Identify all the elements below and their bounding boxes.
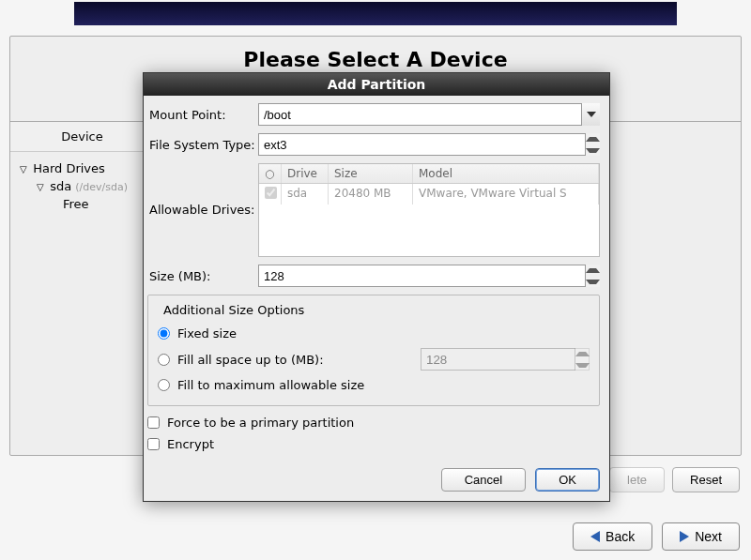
cancel-button[interactable]: Cancel — [441, 468, 526, 492]
drive-row-checkbox[interactable] — [265, 187, 277, 199]
reset-button[interactable]: Reset — [672, 467, 740, 492]
next-label: Next — [695, 529, 722, 544]
radio-fixed-size[interactable]: Fixed size — [158, 323, 590, 344]
mount-point-label: Mount Point: — [147, 108, 258, 122]
tree-label: Free — [63, 197, 89, 211]
radio-fill-max-label: Fill to maximum allowable size — [177, 378, 364, 392]
encrypt-checkbox[interactable] — [147, 438, 160, 450]
drive-row-name: sda — [282, 184, 329, 204]
next-button[interactable]: Next — [662, 522, 740, 551]
back-label: Back — [605, 529, 635, 544]
arrow-right-icon — [680, 531, 689, 542]
encrypt-checkbox-row[interactable]: Encrypt — [147, 433, 600, 455]
encrypt-label: Encrypt — [167, 437, 214, 451]
radio-fill-up-to[interactable]: Fill all space up to (MB): — [158, 344, 590, 374]
radio-fill-up-to-label: Fill all space up to (MB): — [177, 353, 324, 367]
fill-up-to-value — [421, 348, 590, 371]
radio-fill-up-to-input[interactable] — [158, 354, 170, 366]
allowable-drives-list[interactable]: ○ Drive Size Model sda 20480 MB VMware, … — [258, 163, 600, 257]
delete-button[interactable]: lete — [609, 467, 665, 492]
nav-buttons: Back Next — [573, 522, 740, 551]
fs-type-label: File System Type: — [147, 138, 258, 152]
drive-list-header: ○ Drive Size Model — [259, 164, 599, 184]
force-primary-checkbox-row[interactable]: Force to be a primary partition — [147, 412, 600, 433]
fs-type-spinner[interactable] — [585, 133, 600, 156]
allowable-drives-label: Allowable Drives: — [147, 203, 258, 217]
add-partition-dialog: Add Partition Mount Point: File System T… — [143, 72, 610, 502]
dialog-title: Add Partition — [144, 73, 609, 96]
col-drive[interactable]: Drive — [282, 164, 329, 183]
drive-row[interactable]: sda 20480 MB VMware, VMware Virtual S — [259, 184, 599, 204]
col-check[interactable]: ○ — [259, 164, 282, 183]
caret-up-icon — [586, 137, 600, 142]
radio-fixed-size-label: Fixed size — [177, 326, 237, 341]
fieldset-legend: Additional Size Options — [160, 303, 308, 317]
header-banner — [74, 2, 677, 25]
expand-icon[interactable]: ▽ — [37, 182, 46, 192]
tree-label: Hard Drives — [33, 161, 105, 175]
force-primary-checkbox[interactable] — [147, 416, 160, 429]
size-spinner[interactable] — [585, 265, 600, 287]
col-size[interactable]: Size — [329, 164, 413, 183]
chevron-down-icon — [587, 112, 596, 117]
caret-down-icon — [586, 148, 600, 153]
mount-point-input[interactable] — [258, 103, 600, 126]
force-primary-label: Force to be a primary partition — [167, 416, 354, 430]
tree-label: sda — [50, 179, 71, 193]
tree-sublabel: (/dev/sda) — [75, 181, 128, 193]
arrow-left-icon — [590, 531, 600, 542]
radio-fixed-size-input[interactable] — [158, 327, 170, 340]
radio-fill-max-input[interactable] — [158, 379, 170, 391]
partition-buttons: lete Reset — [609, 467, 740, 492]
fill-up-to-spinner — [575, 348, 590, 371]
size-input[interactable] — [258, 265, 600, 287]
drive-row-size: 20480 MB — [329, 184, 413, 204]
mount-point-dropdown-button[interactable] — [581, 103, 600, 126]
caret-up-icon — [575, 352, 590, 356]
dialog-button-row: Cancel OK — [144, 461, 609, 501]
radio-fill-max[interactable]: Fill to maximum allowable size — [158, 374, 590, 396]
drive-row-model: VMware, VMware Virtual S — [413, 184, 599, 204]
fs-type-select[interactable] — [258, 133, 600, 156]
expand-icon[interactable]: ▽ — [20, 164, 29, 174]
caret-down-icon — [586, 280, 600, 284]
additional-size-options: Additional Size Options Fixed size Fill … — [147, 295, 600, 406]
size-label: Size (MB): — [147, 269, 258, 283]
page-title: Please Select A Device — [10, 48, 741, 71]
back-button[interactable]: Back — [573, 522, 652, 551]
col-model[interactable]: Model — [413, 164, 599, 183]
caret-down-icon — [575, 363, 590, 368]
ok-button[interactable]: OK — [535, 468, 600, 492]
device-column-header[interactable]: Device — [10, 122, 155, 152]
caret-up-icon — [586, 268, 600, 273]
